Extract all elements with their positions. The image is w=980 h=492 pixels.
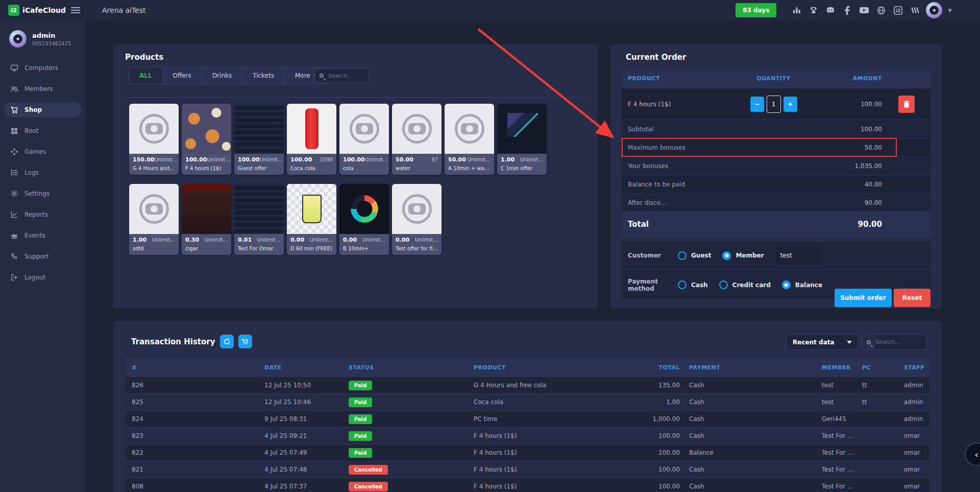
prism-icon[interactable] (909, 5, 920, 16)
product-card[interactable]: 50.00Unlimit...A 10min + water (445, 104, 494, 175)
remove-item-button[interactable] (898, 96, 915, 113)
page-title: Arena aiTest (102, 6, 146, 14)
product-name: cola (343, 166, 385, 171)
hamburger-menu-icon[interactable] (71, 7, 80, 13)
transaction-history-title: Transaction History (131, 337, 215, 346)
sidebar-item-members[interactable]: Members (4, 81, 82, 97)
current-order-panel: Current Order PRODUCT QUANTITY AMOUNT F … (610, 44, 942, 309)
product-card[interactable]: 1.00Unlimit...C 1min offer (497, 104, 547, 175)
product-card[interactable]: 150.00Unlimit...G 4 Hours and f... (129, 104, 179, 175)
status-badge: Paid (349, 431, 372, 441)
chevron-down-icon[interactable]: ▼ (948, 8, 952, 13)
trophy-icon[interactable] (808, 5, 819, 16)
sidebar-item-games[interactable]: Games (4, 144, 82, 159)
sidebar-item-boot[interactable]: Boot (4, 123, 82, 138)
product-stock: Unlimit... (415, 237, 438, 243)
tab-drinks[interactable]: Drinks (202, 67, 242, 84)
payment-credit-card-radio[interactable] (719, 280, 728, 289)
globe-icon[interactable] (875, 5, 887, 16)
user-name: admin (32, 32, 71, 39)
table-row[interactable]: 825 12 Jul 25 10:46 Paid Coca cola 1.00 … (126, 394, 929, 411)
product-price: 0.00 (290, 237, 304, 243)
member-name-input[interactable] (775, 247, 821, 264)
user-avatar[interactable] (926, 2, 942, 18)
sidebar-item-shop[interactable]: Shop (4, 102, 82, 118)
product-image (445, 104, 494, 154)
transaction-history-panel: Transaction History Recent data # DATE S… (113, 321, 942, 492)
product-name: water (396, 166, 438, 171)
product-price: 1.00 (501, 156, 514, 163)
product-card[interactable]: 0.00Unlimit...B 10min+ (339, 184, 389, 255)
tab-tickets[interactable]: Tickets (242, 67, 285, 84)
product-stock: Unlimit... (154, 157, 177, 162)
camera-placeholder-icon (139, 114, 169, 144)
products-grid: 150.00Unlimit...G 4 Hours and f... 100.0… (129, 104, 547, 255)
cart-button[interactable] (238, 335, 252, 348)
product-card[interactable]: 0.00Unlimit...D 60 min (FREE) (287, 184, 336, 255)
quantity-decrease-button[interactable]: − (750, 97, 764, 112)
column-amount: AMOUNT (826, 75, 882, 82)
search-icon (315, 69, 328, 82)
customer-guest-radio[interactable] (678, 251, 687, 260)
product-card[interactable]: 50.0097water (392, 104, 442, 175)
total-value: 90.00 (826, 220, 882, 229)
user-id: 005193482475 (32, 41, 71, 46)
reset-button[interactable]: Reset (894, 289, 930, 307)
status-badge: Paid (349, 397, 372, 407)
product-image (339, 104, 389, 154)
sidebar-user[interactable]: admin 005193482475 (0, 20, 86, 55)
product-card[interactable]: 0.30Unlimit...cigar (182, 184, 231, 255)
sidebar-item-label: Settings (24, 190, 50, 197)
product-card[interactable]: 1.00Unlimit...sdfd (129, 184, 179, 255)
sidebar-item-support[interactable]: Support (4, 249, 82, 264)
product-stock: 1098 (320, 157, 333, 162)
facebook-icon[interactable] (842, 5, 853, 16)
table-row[interactable]: 808 4 Jul 25 07:37 Cancelled F 4 hours (… (126, 478, 929, 492)
product-card[interactable]: 100.00Unlimit...F 4 hours (1$) (182, 104, 231, 175)
column-product: PRODUCT (622, 75, 721, 82)
payment-balance-radio[interactable] (782, 280, 791, 289)
products-panel: Products ALL Offers Drinks Tickets More … (113, 44, 598, 309)
status-badge: Cancelled (349, 482, 388, 491)
quantity-increase-button[interactable]: + (783, 97, 797, 112)
product-card[interactable]: 0.01Unlimit...Test For Omar (234, 184, 284, 255)
table-row[interactable]: 822 4 Jul 25 07:49 Paid F 4 hours (1$) 1… (126, 444, 929, 461)
sidebar-item-logout[interactable]: Logout (4, 270, 82, 285)
table-row[interactable]: 821 4 Jul 25 07:48 Cancelled F 4 hours (… (126, 461, 929, 478)
sidebar-item-settings[interactable]: Settings (4, 186, 82, 201)
table-row[interactable]: 823 4 Jul 25 09:21 Paid F 4 hours (1$) 1… (126, 428, 929, 444)
submit-order-button[interactable]: Submit order (835, 289, 892, 307)
icafecloud-logo-icon: i2 (8, 5, 19, 16)
sidebar-item-computers[interactable]: Computers (4, 60, 82, 76)
license-days-badge[interactable]: 83 days (736, 3, 776, 17)
sidebar-item-logs[interactable]: Logs (4, 165, 82, 180)
products-search-input[interactable] (328, 73, 369, 79)
customer-member-radio[interactable] (722, 251, 731, 260)
table-row[interactable]: 824 9 Jul 25 08:31 Paid PC time 1,000.00… (126, 411, 929, 428)
history-range-select[interactable]: Recent data (786, 334, 859, 350)
tab-offers[interactable]: Offers (162, 67, 202, 84)
column-quantity: QUANTITY (721, 75, 826, 82)
search-icon (862, 335, 875, 349)
product-card[interactable]: 100.00Unlimit...Guest offer (234, 104, 284, 175)
history-search-input[interactable] (875, 339, 926, 345)
tab-all[interactable]: ALL (129, 67, 163, 84)
product-image (182, 184, 231, 234)
summary-row-your-bonuses: Your bonuses 1,035.00 (622, 157, 930, 175)
table-row[interactable]: 826 12 Jul 25 10:50 Paid G 4 Hours and f… (126, 377, 929, 394)
product-card[interactable]: 100.00Unlimit...cola (339, 104, 389, 175)
icafecloud-site-icon[interactable]: i2 (892, 5, 903, 16)
collapse-panel-button[interactable]: ‹ (965, 442, 980, 466)
refresh-button[interactable] (220, 335, 234, 348)
discord-icon[interactable] (825, 5, 836, 16)
sidebar-item-events[interactable]: Events (4, 228, 82, 243)
product-card[interactable]: 100.001098Coca cola (287, 104, 336, 175)
products-grid-area: 150.00Unlimit...G 4 Hours and f... 100.0… (125, 97, 586, 300)
sidebar-item-reports[interactable]: Reports (4, 207, 82, 222)
ranking-icon[interactable] (791, 5, 802, 16)
product-card[interactable]: 0.00Unlimit...Test offer for fir... (392, 184, 442, 255)
quantity-input[interactable] (767, 96, 781, 113)
youtube-icon[interactable] (859, 5, 870, 16)
sidebar-item-label: Logs (24, 169, 39, 176)
payment-cash-radio[interactable] (678, 280, 687, 289)
